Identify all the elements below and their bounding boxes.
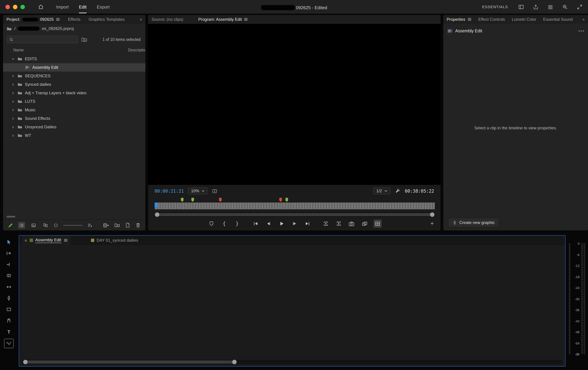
play-icon[interactable]	[277, 220, 285, 228]
go-to-in-icon[interactable]	[252, 220, 260, 228]
mark-out-icon[interactable]: }	[233, 220, 241, 228]
extract-icon[interactable]	[335, 220, 343, 228]
lift-icon[interactable]	[322, 220, 330, 228]
timeline-marker[interactable]	[181, 198, 184, 202]
tab-effect-controls[interactable]: Effect Controls	[478, 17, 505, 22]
tab-program-monitor[interactable]: Program: Assembly Edit	[198, 17, 248, 22]
project-horizontal-scrollbar[interactable]	[6, 216, 15, 217]
zoom-slider-track[interactable]	[63, 225, 82, 226]
ripple-edit-tool-button[interactable]	[4, 260, 13, 269]
pen-tool-button[interactable]	[4, 294, 13, 303]
new-item-icon[interactable]	[125, 223, 130, 228]
bin-row-sequences[interactable]: SEQUENCES	[3, 72, 145, 80]
list-view-icon[interactable]	[18, 222, 25, 229]
more-options-icon[interactable]	[578, 30, 584, 32]
create-new-graphic-button[interactable]: Create new graphic	[448, 218, 499, 227]
remix-tool-button[interactable]	[4, 339, 14, 348]
program-scroll-handle-left[interactable]	[155, 212, 159, 217]
step-back-icon[interactable]	[264, 220, 273, 228]
chevron-down-icon[interactable]	[10, 57, 15, 61]
button-editor-plus[interactable]: +	[430, 220, 434, 227]
column-name[interactable]: Name	[3, 48, 24, 52]
program-scroll-range[interactable]	[157, 213, 432, 216]
freeform-view-icon[interactable]	[42, 222, 49, 229]
program-scrubber[interactable]	[155, 203, 435, 209]
zoom-tool-icon[interactable]	[562, 4, 568, 10]
playback-resolution-dropdown[interactable]: 1/2	[373, 187, 390, 194]
project-writable-pencil-icon[interactable]	[8, 222, 13, 228]
go-to-out-icon[interactable]	[303, 220, 311, 228]
automate-to-sequence-icon[interactable]	[103, 223, 109, 227]
timeline-tab-assembly-edit[interactable]: × Assembly Edit	[22, 236, 70, 245]
bin-row-synced-dailies[interactable]: Synced dailies	[3, 80, 145, 89]
panel-menu-icon[interactable]	[63, 239, 68, 242]
tab-lumetri-color[interactable]: Lumetri Color	[512, 17, 536, 22]
bin-row-sound-effects[interactable]: Sound Effects	[3, 114, 145, 123]
hand-tool-button[interactable]	[4, 316, 13, 325]
tab-project[interactable]: Project: 092625	[6, 17, 60, 22]
bin-row-adj-transp[interactable]: Adj + Transp Layers + black video	[3, 89, 145, 97]
current-timecode[interactable]: 00:00:21:21	[155, 188, 184, 194]
trash-icon[interactable]	[136, 223, 141, 228]
sequence-row-assembly-edit[interactable]: Assembly Edit	[3, 63, 145, 72]
zoom-slider-handle[interactable]	[54, 223, 58, 227]
multicam-toggle-icon[interactable]	[373, 220, 381, 228]
project-path-row[interactable]: / es_092625.prproj	[3, 24, 145, 33]
chevron-right-icon[interactable]	[10, 125, 15, 128]
tab-essential-sound[interactable]: Essential Sound	[543, 17, 573, 22]
chevron-right-icon[interactable]	[10, 117, 15, 120]
timeline-tab-day01[interactable]: DAY 01_synced dailies	[88, 236, 141, 245]
playback-settings-icon[interactable]	[212, 188, 218, 194]
minimize-window-button[interactable]	[13, 5, 17, 9]
wrench-settings-icon[interactable]	[395, 188, 400, 194]
export-frame-icon[interactable]	[347, 220, 356, 228]
column-description[interactable]: Description	[125, 47, 145, 53]
chevron-right-icon[interactable]	[10, 91, 15, 94]
quick-export-icon[interactable]	[533, 4, 539, 10]
selection-tool-button[interactable]	[4, 237, 13, 247]
home-icon[interactable]	[38, 4, 44, 10]
program-scrollbar[interactable]	[155, 212, 435, 217]
fullscreen-icon[interactable]	[577, 4, 583, 10]
sort-icons-icon[interactable]	[87, 223, 93, 227]
tab-graphics-templates[interactable]: Graphics Templates	[89, 17, 125, 22]
bin-row-luts[interactable]: LUTS	[3, 97, 145, 106]
mark-in-icon[interactable]: {	[220, 220, 228, 228]
timeline-scroll-range[interactable]	[25, 360, 236, 364]
stack-menu-icon[interactable]	[547, 4, 553, 10]
chevron-right-icon[interactable]	[10, 108, 15, 112]
add-marker-icon[interactable]	[207, 220, 215, 228]
chevron-right-icon[interactable]	[10, 83, 15, 86]
type-tool-button[interactable]: T	[4, 328, 13, 336]
tab-overflow-chevron[interactable]: »	[140, 17, 142, 22]
track-select-tool-button[interactable]	[4, 249, 13, 258]
zoom-window-button[interactable]	[21, 5, 25, 9]
chevron-right-icon[interactable]	[10, 100, 15, 103]
rectangle-tool-button[interactable]	[4, 305, 13, 314]
timeline-marker[interactable]	[279, 198, 282, 202]
workspace-label[interactable]: ESSENTIALS	[482, 5, 508, 9]
timeline-track-area[interactable]	[19, 245, 565, 366]
close-window-button[interactable]	[5, 5, 10, 9]
panel-menu-icon[interactable]	[244, 18, 248, 21]
playhead[interactable]	[155, 203, 158, 207]
panel-menu-icon[interactable]	[467, 18, 471, 21]
bin-row-edits[interactable]: EDITS	[3, 55, 145, 63]
slip-tool-button[interactable]	[4, 283, 13, 291]
bin-row-unsynced-dailies[interactable]: Unsynced Dailies	[3, 123, 145, 131]
tab-overflow-chevron[interactable]: »	[582, 17, 585, 22]
tab-source-monitor[interactable]: Source: (no clips)	[151, 17, 183, 22]
timeline-marker[interactable]	[285, 198, 288, 202]
search-bin-icon[interactable]	[81, 37, 87, 42]
workspaces-icon[interactable]	[518, 4, 524, 10]
panel-menu-icon[interactable]	[56, 18, 60, 21]
timeline-marker[interactable]	[219, 198, 222, 202]
search-input[interactable]	[16, 37, 75, 42]
step-forward-icon[interactable]	[290, 220, 298, 228]
program-scroll-handle-right[interactable]	[430, 212, 434, 217]
chevron-right-icon[interactable]	[10, 134, 15, 137]
menu-import[interactable]: Import	[56, 0, 69, 13]
icon-view-icon[interactable]	[30, 222, 37, 229]
bin-row-wt[interactable]: WT	[3, 131, 145, 140]
search-box[interactable]	[6, 36, 78, 43]
